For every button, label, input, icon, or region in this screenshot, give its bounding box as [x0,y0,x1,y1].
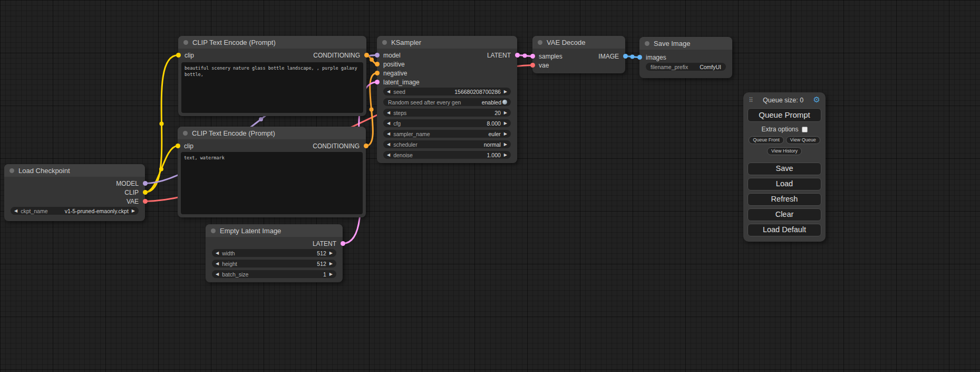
toggle-dot[interactable] [502,100,507,104]
slot-label-samples: samples [539,53,562,60]
decrement-icon[interactable]: ◀ [387,90,390,94]
widget-random-seed-toggle[interactable]: Random seed after every gen enabled [383,98,511,106]
node-clip-text-encode-positive[interactable]: CLIP Text Encode (Prompt) clip CONDITION… [178,36,366,116]
node-title-bar[interactable]: Empty Latent Image [206,224,343,237]
load-default-button[interactable]: Load Default [748,224,821,236]
increment-icon[interactable]: ▶ [329,251,333,255]
widget-ckpt-name[interactable]: ◀ ckpt_name v1-5-pruned-emaonly.ckpt ▶ [11,207,139,215]
decrement-icon[interactable]: ◀ [387,111,390,115]
increment-icon[interactable]: ▶ [504,142,507,147]
increment-icon[interactable]: ▶ [504,121,507,126]
widget-name: ckpt_name [21,208,47,214]
port-vae-input[interactable] [530,63,535,68]
extra-options-checkbox[interactable] [802,127,808,132]
refresh-button[interactable]: Refresh [748,193,821,206]
prompt-textarea[interactable]: text, watermark [181,152,363,214]
node-save-image[interactable]: Save Image images filename_prefix ComfyU… [639,37,732,78]
port-clip-output[interactable] [143,190,148,195]
increment-icon[interactable]: ▶ [504,132,507,136]
decrement-icon[interactable]: ◀ [216,262,219,266]
node-title: Empty Latent Image [220,227,281,235]
widget-name: denoise [393,152,413,158]
node-title-bar[interactable]: CLIP Text Encode (Prompt) [178,36,366,49]
port-vae-output[interactable] [143,199,148,204]
node-collapse-dot[interactable] [382,40,387,45]
increment-icon[interactable]: ▶ [329,262,333,266]
save-button[interactable]: Save [748,163,821,175]
widget-cfg[interactable]: ◀ cfg 8.000 ▶ [383,119,511,127]
settings-gear-icon[interactable]: ⚙ [813,96,820,104]
queue-front-button[interactable]: Queue Front [749,136,784,144]
slot-label-model: MODEL [116,180,139,187]
comfy-menu-panel[interactable]: ⠿ Queue size: 0 ⚙ Queue Prompt Extra opt… [743,92,826,242]
decrement-icon[interactable]: ◀ [387,142,390,147]
view-history-button[interactable]: View History [767,147,802,155]
port-negative-input[interactable] [375,71,380,75]
port-image-output[interactable] [623,54,628,59]
node-clip-text-encode-negative[interactable]: CLIP Text Encode (Prompt) clip CONDITION… [178,127,366,217]
widget-scheduler[interactable]: ◀ scheduler normal ▶ [383,140,511,148]
port-positive-input[interactable] [375,62,380,66]
slot-label-vae: vae [539,62,549,69]
widget-height[interactable]: ◀ height 512 ▶ [212,260,336,268]
increment-icon[interactable]: ▶ [132,209,135,213]
queue-prompt-button[interactable]: Queue Prompt [748,108,821,122]
graph-canvas[interactable]: { "colors": { "model": "#B39DDB", "clip"… [0,0,980,372]
prompt-textarea[interactable]: beautiful scenery nature glass bottle la… [181,62,363,113]
port-latent-image-input[interactable] [375,80,380,84]
node-collapse-dot[interactable] [9,168,14,173]
extra-options-label: Extra options [761,126,798,133]
widget-value: 1 [323,271,326,278]
widget-seed[interactable]: ◀ seed 156680208700286 ▶ [383,88,511,96]
port-latent-output[interactable] [515,53,520,58]
increment-icon[interactable]: ▶ [329,272,333,276]
node-collapse-dot[interactable] [645,41,649,46]
port-samples-input[interactable] [530,54,535,59]
widget-width[interactable]: ◀ width 512 ▶ [212,249,336,257]
widget-denoise[interactable]: ◀ denoise 1.000 ▶ [383,151,511,159]
node-title-bar[interactable]: KSampler [377,36,517,49]
port-conditioning-output[interactable] [364,144,368,148]
port-clip-input[interactable] [176,53,181,58]
view-queue-button[interactable]: View Queue [786,136,820,144]
slot-label-images: images [646,54,666,61]
load-button[interactable]: Load [748,178,821,190]
clear-button[interactable]: Clear [748,208,821,221]
decrement-icon[interactable]: ◀ [387,153,390,157]
port-conditioning-output[interactable] [364,53,369,58]
decrement-icon[interactable]: ◀ [216,251,219,255]
node-collapse-dot[interactable] [183,131,188,136]
node-title: CLIP Text Encode (Prompt) [192,129,275,137]
widget-sampler-name[interactable]: ◀ sampler_name euler ▶ [383,130,511,138]
increment-icon[interactable]: ▶ [504,90,507,94]
node-title-bar[interactable]: VAE Decode [532,36,625,49]
port-clip-input[interactable] [176,144,180,148]
node-collapse-dot[interactable] [183,40,188,45]
port-model-input[interactable] [375,53,380,58]
widget-batch-size[interactable]: ◀ batch_size 1 ▶ [212,270,336,278]
node-collapse-dot[interactable] [538,40,542,45]
widget-steps[interactable]: ◀ steps 20 ▶ [383,109,511,117]
increment-icon[interactable]: ▶ [504,153,507,157]
decrement-icon[interactable]: ◀ [387,121,390,126]
node-title: CLIP Text Encode (Prompt) [192,39,276,46]
node-title-bar[interactable]: Load Checkpoint [4,164,145,177]
node-load-checkpoint[interactable]: Load Checkpoint MODEL CLIP VAE ◀ ckpt_na… [4,164,145,221]
widget-name: steps [393,110,406,116]
node-title-bar[interactable]: CLIP Text Encode (Prompt) [178,127,366,139]
decrement-icon[interactable]: ◀ [216,272,219,276]
node-ksampler[interactable]: KSampler model LATENT positive negative … [377,36,517,163]
node-empty-latent-image[interactable]: Empty Latent Image LATENT ◀ width 512 ▶ … [206,224,343,282]
drag-handle-icon[interactable]: ⠿ [749,97,753,104]
port-model-output[interactable] [143,181,148,186]
slot-label-image: IMAGE [598,53,619,60]
node-title-bar[interactable]: Save Image [639,37,732,50]
node-collapse-dot[interactable] [211,228,216,233]
increment-icon[interactable]: ▶ [504,111,507,115]
node-vae-decode[interactable]: VAE Decode samples IMAGE vae [532,36,625,73]
port-images-input[interactable] [637,55,642,60]
port-latent-output[interactable] [341,241,345,246]
decrement-icon[interactable]: ◀ [387,132,390,136]
widget-filename-prefix[interactable]: filename_prefix ComfyUI [646,63,726,71]
decrement-icon[interactable]: ◀ [14,209,17,213]
